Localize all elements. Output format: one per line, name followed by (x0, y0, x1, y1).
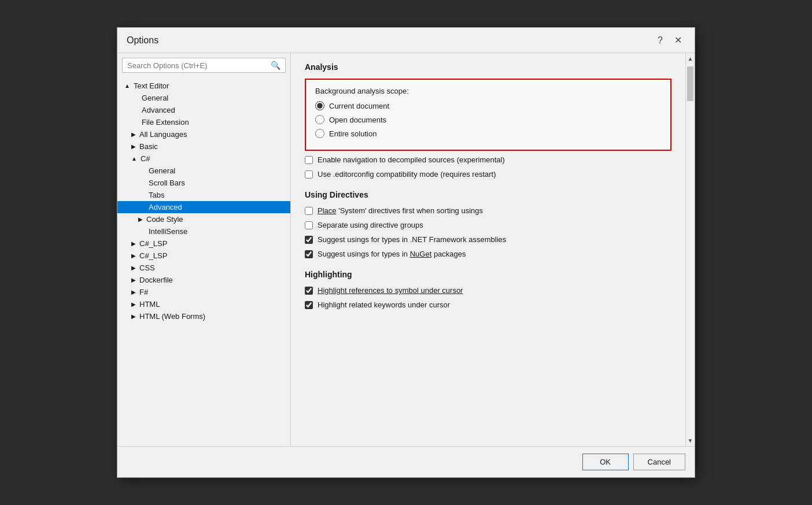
analysis-title: Analysis (305, 62, 671, 72)
tree-item-html-webforms[interactable]: ▶HTML (Web Forms) (117, 310, 290, 322)
radio-current-doc-label[interactable]: Current document (329, 102, 389, 110)
tree-arrow-csharp-lsp2: ▶ (131, 252, 136, 259)
title-bar: Options ? ✕ (117, 28, 695, 53)
dialog-footer: OK Cancel (117, 446, 695, 477)
scroll-down-arrow[interactable]: ▼ (686, 435, 695, 446)
tree-container[interactable]: ▲Text EditorGeneralAdvancedFile Extensio… (117, 77, 290, 446)
tree-arrow-csharp-lsp1: ▶ (131, 240, 136, 247)
tree-item-csharp-general[interactable]: General (117, 165, 290, 177)
tree-item-file-extension[interactable]: File Extension (117, 116, 290, 128)
tree-label-intellisense: IntelliSense (149, 227, 187, 236)
checkbox-suggest-net[interactable]: Suggest usings for types in .NET Framewo… (305, 235, 671, 244)
checkbox-highlight-keywords[interactable]: Highlight related keywords under cursor (305, 300, 671, 309)
tree-label-tabs: Tabs (149, 191, 164, 199)
tree-item-tabs[interactable]: Tabs (117, 189, 290, 201)
checkbox-highlight-keywords-input[interactable] (305, 301, 313, 309)
checkbox-separate-groups-label[interactable]: Separate using directive groups (318, 221, 423, 229)
tree-item-code-style[interactable]: ▶Code Style (117, 213, 290, 225)
checkbox-suggest-net-label[interactable]: Suggest usings for types in .NET Framewo… (318, 235, 506, 244)
tree-label-general: General (142, 94, 168, 102)
tree-label-fsharp: F# (139, 288, 148, 296)
tree-item-basic[interactable]: ▶Basic (117, 140, 290, 153)
tree-label-css: CSS (139, 263, 155, 272)
tree-item-csharp-lsp1[interactable]: ▶C#_LSP (117, 237, 290, 250)
scope-label: Background analysis scope: (315, 87, 661, 95)
tree-item-dockerfile[interactable]: ▶Dockerfile (117, 274, 290, 286)
radio-open-docs-label[interactable]: Open documents (329, 116, 386, 124)
tree-item-intellisense[interactable]: IntelliSense (117, 225, 290, 237)
search-input[interactable] (127, 61, 271, 70)
tree-arrow-css: ▶ (131, 265, 136, 271)
checkbox-separate-groups[interactable]: Separate using directive groups (305, 221, 671, 229)
tree-item-text-editor[interactable]: ▲Text Editor (117, 80, 290, 92)
checkbox-separate-groups-input[interactable] (305, 221, 313, 229)
radio-open-docs-input[interactable] (315, 115, 324, 124)
checkbox-highlight-refs[interactable]: Highlight references to symbol under cur… (305, 286, 671, 295)
tree-item-html[interactable]: ▶HTML (117, 298, 290, 310)
ok-button[interactable]: OK (582, 454, 629, 470)
radio-current-doc-input[interactable] (315, 101, 324, 110)
checkbox-nav-decompiled-input[interactable] (305, 156, 313, 164)
scroll-thumb-area (686, 64, 695, 435)
checkbox-system-first-label[interactable]: Place 'System' directives first when sor… (318, 206, 483, 215)
cancel-button[interactable]: Cancel (633, 454, 685, 470)
radio-entire-solution-label[interactable]: Entire solution (329, 129, 377, 138)
highlighting-section: Highlighting Highlight references to sym… (305, 270, 671, 309)
scroll-thumb[interactable] (687, 66, 693, 101)
background-scope-box: Background analysis scope: Current docum… (305, 79, 671, 151)
scroll-up-arrow[interactable]: ▲ (686, 53, 695, 64)
tree-item-scroll-bars[interactable]: Scroll Bars (117, 177, 290, 189)
tree-label-csharp-lsp1: C#_LSP (139, 239, 167, 248)
checkbox-nav-decompiled-label[interactable]: Enable navigation to decompiled sources … (318, 155, 505, 164)
tree-item-css[interactable]: ▶CSS (117, 262, 290, 274)
tree-item-advanced-csharp[interactable]: Advanced (117, 201, 290, 213)
checkbox-nav-decompiled[interactable]: Enable navigation to decompiled sources … (305, 155, 671, 164)
checkbox-suggest-net-input[interactable] (305, 236, 313, 244)
right-panel: Analysis Background analysis scope: Curr… (291, 53, 685, 446)
tree-label-advanced-te: Advanced (142, 106, 175, 114)
dialog-body: 🔍 ▲Text EditorGeneralAdvancedFile Extens… (117, 53, 695, 446)
tree-item-general[interactable]: General (117, 92, 290, 104)
search-box[interactable]: 🔍 (122, 58, 286, 73)
checkbox-highlight-keywords-label[interactable]: Highlight related keywords under cursor (318, 300, 450, 309)
tree-label-csharp-general: General (149, 166, 175, 175)
tree-label-all-languages: All Languages (139, 130, 187, 139)
tree-arrow-text-editor: ▲ (124, 83, 130, 89)
checkbox-editorconfig-label[interactable]: Use .editorconfig compatibility mode (re… (318, 170, 496, 179)
checkbox-suggest-nuget-label[interactable]: Suggest usings for types in NuGet packag… (318, 250, 466, 258)
checkbox-highlight-refs-label[interactable]: Highlight references to symbol under cur… (318, 286, 463, 295)
search-icon: 🔍 (271, 61, 280, 70)
tree-label-scroll-bars: Scroll Bars (149, 179, 185, 187)
help-button[interactable]: ? (654, 34, 666, 47)
checkbox-highlight-refs-input[interactable] (305, 287, 313, 295)
tree-item-fsharp[interactable]: ▶F# (117, 286, 290, 298)
checkbox-system-first[interactable]: Place 'System' directives first when sor… (305, 206, 671, 215)
radio-open-docs[interactable]: Open documents (315, 115, 661, 124)
tree-arrow-dockerfile: ▶ (131, 277, 136, 283)
tree-item-advanced-te[interactable]: Advanced (117, 104, 290, 116)
right-scrollbar[interactable]: ▲ ▼ (685, 53, 695, 446)
tree-label-basic: Basic (139, 142, 158, 151)
tree-label-html-webforms: HTML (Web Forms) (139, 312, 205, 321)
radio-entire-solution-input[interactable] (315, 129, 324, 138)
checkbox-suggest-nuget-input[interactable] (305, 250, 313, 258)
using-directives-title: Using Directives (305, 190, 671, 199)
radio-entire-solution[interactable]: Entire solution (315, 129, 661, 138)
content-area: Analysis Background analysis scope: Curr… (291, 53, 685, 446)
tree-item-csharp-lsp2[interactable]: ▶C#_LSP (117, 250, 290, 262)
tree-item-csharp[interactable]: ▲C# (117, 153, 290, 165)
tree-label-code-style: Code Style (146, 215, 183, 224)
close-button[interactable]: ✕ (671, 34, 685, 47)
checkbox-system-first-input[interactable] (305, 207, 313, 215)
checkbox-editorconfig[interactable]: Use .editorconfig compatibility mode (re… (305, 170, 671, 179)
tree-item-all-languages[interactable]: ▶All Languages (117, 128, 290, 140)
analysis-section: Analysis Background analysis scope: Curr… (305, 62, 671, 179)
left-panel: 🔍 ▲Text EditorGeneralAdvancedFile Extens… (117, 53, 291, 446)
tree-arrow-csharp: ▲ (131, 155, 137, 162)
tree-label-html: HTML (139, 300, 160, 309)
tree-label-text-editor: Text Editor (134, 81, 169, 90)
checkbox-editorconfig-input[interactable] (305, 170, 313, 179)
checkbox-suggest-nuget[interactable]: Suggest usings for types in NuGet packag… (305, 250, 671, 258)
radio-current-doc[interactable]: Current document (315, 101, 661, 110)
tree-label-csharp: C# (141, 154, 150, 163)
